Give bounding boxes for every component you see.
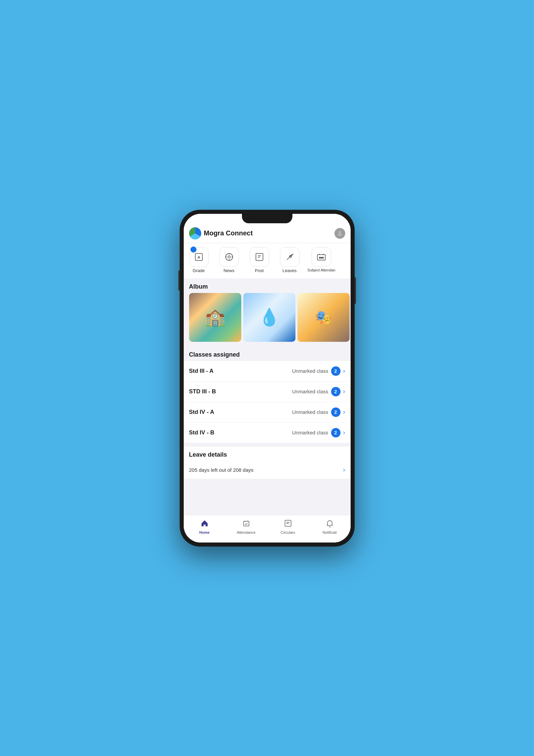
- circulars-icon: [284, 519, 292, 529]
- post-label: Post: [255, 268, 263, 273]
- leave-section: Leave details 205 days left out of 208 d…: [184, 447, 351, 479]
- home-icon: [201, 519, 209, 529]
- nav-attendance[interactable]: Attendance: [225, 518, 267, 536]
- album-section: Album: [184, 278, 351, 347]
- nav-home-label: Home: [199, 530, 210, 534]
- album-image-1[interactable]: [189, 293, 241, 342]
- unmarked-text-std3b: Unmarked class: [292, 389, 328, 394]
- class-name-std3b: STD III - B: [189, 388, 216, 395]
- leave-title: Leave details: [184, 447, 351, 461]
- news-icon-wrap: [219, 247, 239, 267]
- class-row-std3a[interactable]: Std III - A Unmarked class 2 ›: [184, 361, 351, 382]
- svg-text:A: A: [197, 255, 200, 259]
- header-left: Mogra Connect: [189, 227, 253, 239]
- badge-std4a: 2: [331, 407, 341, 417]
- nav-home[interactable]: Home: [184, 518, 225, 536]
- svg-point-4: [228, 256, 230, 258]
- album-row: [184, 293, 351, 347]
- subject-attendance-label: Subject Attendan: [308, 268, 335, 272]
- quick-actions-bar: A Grade News: [184, 243, 351, 278]
- svg-point-15: [322, 257, 324, 258]
- nav-notifications-label: Notificati: [322, 530, 336, 534]
- chevron-std3a: ›: [343, 367, 345, 374]
- leaves-icon-wrap: [280, 247, 299, 267]
- svg-rect-17: [285, 520, 291, 526]
- class-row-std4b[interactable]: Std IV - B Unmarked class 2 ›: [184, 423, 351, 443]
- svg-rect-9: [256, 253, 263, 260]
- classes-title: Classes assigned: [184, 347, 351, 361]
- phone-screen: Mogra Connect A Grade: [184, 214, 351, 543]
- chevron-std3b: ›: [343, 388, 345, 395]
- badge-std3b: 2: [331, 387, 341, 396]
- news-label: News: [223, 268, 235, 273]
- quick-action-leaves[interactable]: Leaves: [275, 246, 305, 274]
- class-right-std4b: Unmarked class 2 ›: [292, 428, 345, 437]
- leave-chevron: ›: [343, 466, 345, 473]
- album-image-2[interactable]: [243, 293, 295, 342]
- svg-point-13: [319, 257, 321, 258]
- phone-notch: [242, 214, 292, 223]
- class-name-std4a: Std IV - A: [189, 409, 214, 416]
- chevron-std4b: ›: [343, 429, 345, 436]
- class-name-std3a: Std III - A: [189, 368, 214, 374]
- unmarked-text-std3a: Unmarked class: [292, 368, 328, 374]
- app-title: Mogra Connect: [204, 229, 253, 237]
- unmarked-text-std4a: Unmarked class: [292, 409, 328, 415]
- quick-action-grade[interactable]: A Grade: [184, 246, 214, 274]
- svg-point-14: [321, 257, 322, 258]
- svg-point-0: [339, 231, 341, 233]
- notifications-icon: [326, 519, 334, 529]
- classes-list: Std III - A Unmarked class 2 › STD III -…: [184, 361, 351, 443]
- class-right-std4a: Unmarked class 2 ›: [292, 407, 345, 417]
- user-avatar[interactable]: [334, 228, 345, 239]
- bottom-nav: Home Attendance: [184, 515, 351, 543]
- attendance-icon: [242, 519, 250, 529]
- leave-row[interactable]: 205 days left out of 208 days ›: [184, 461, 351, 479]
- album-image-3[interactable]: [297, 293, 350, 342]
- quick-action-post[interactable]: Post: [244, 246, 275, 274]
- class-right-std3b: Unmarked class 2 ›: [292, 387, 345, 396]
- notification-dot-grade: [190, 246, 197, 253]
- badge-std4b: 2: [331, 428, 341, 437]
- quick-action-news[interactable]: News: [214, 246, 244, 274]
- grade-label: Grade: [192, 268, 205, 273]
- leaves-label: Leaves: [283, 268, 297, 273]
- subject-attendance-icon-wrap: [312, 247, 331, 267]
- unmarked-text-std4b: Unmarked class: [292, 430, 328, 435]
- class-row-std4a[interactable]: Std IV - A Unmarked class 2 ›: [184, 402, 351, 423]
- nav-circulars-label: Circulars: [281, 530, 295, 534]
- phone-frame: Mogra Connect A Grade: [180, 210, 355, 547]
- class-name-std4b: Std IV - B: [189, 429, 215, 436]
- svg-rect-16: [244, 521, 249, 526]
- leave-text: 205 days left out of 208 days: [189, 467, 254, 473]
- app-logo: [189, 227, 201, 239]
- chevron-std4a: ›: [343, 408, 345, 416]
- quick-action-subject-attendance[interactable]: Subject Attendan: [305, 246, 338, 274]
- post-icon-wrap: [250, 247, 269, 267]
- nav-circulars[interactable]: Circulars: [267, 518, 309, 536]
- album-title: Album: [184, 278, 351, 293]
- main-scroll-area: Album Classes assigned Std III - A Unmar…: [184, 278, 351, 515]
- nav-attendance-label: Attendance: [237, 530, 256, 534]
- class-right-std3a: Unmarked class 2 ›: [292, 366, 345, 376]
- class-row-std3b[interactable]: STD III - B Unmarked class 2 ›: [184, 382, 351, 402]
- badge-std3a: 2: [331, 366, 341, 376]
- nav-notifications[interactable]: Notificati: [309, 518, 351, 536]
